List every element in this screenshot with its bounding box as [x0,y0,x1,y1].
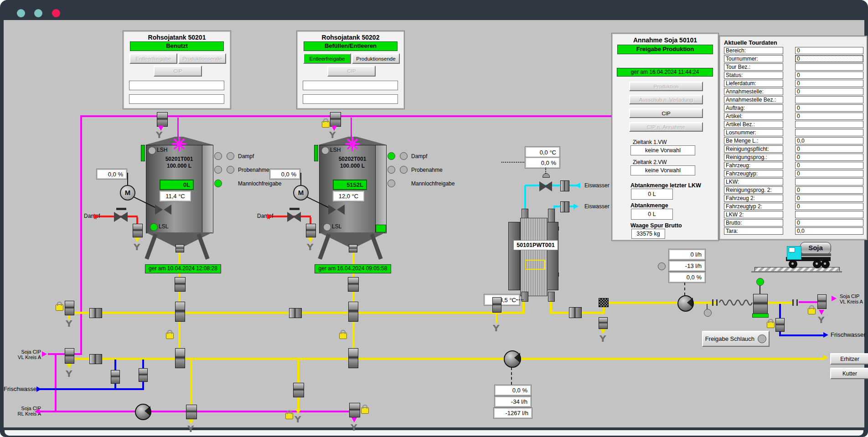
manifold-upper-valve-b[interactable] [289,308,302,318]
tourdaten-row-value[interactable]: 0 [795,195,863,202]
tourdaten-row-value[interactable] [795,63,863,71]
tourdaten-row-value[interactable]: 0 [795,170,863,177]
tourdaten-row-value[interactable]: 0 [795,154,863,161]
tourdaten-row-value[interactable]: 0 [795,219,863,226]
icewater-instrument-1[interactable] [560,180,569,191]
tourdaten-row-value[interactable]: 0 [795,162,863,169]
loading-station[interactable] [753,294,768,314]
transfer-flow2-display: -1267 l/h [494,408,532,418]
tourdaten-row-value[interactable]: 0 [795,72,863,79]
filter-drain-valve[interactable] [599,317,608,329]
tourdaten-row-value[interactable] [795,121,863,128]
tank1-cip-button[interactable]: CIP [154,66,202,77]
tank2-lower-manifold-valve[interactable] [348,348,358,368]
pwt-outlet-valve[interactable] [569,307,582,318]
cip-n-annahme-button[interactable]: CIP n. Annahme [629,122,703,132]
loading-cip-valve[interactable] [817,294,827,309]
cip-rl-arrow-icon [35,409,40,414]
tourdaten-row-value[interactable] [795,178,863,185]
tourdaten-row-value[interactable]: 0 [795,203,863,210]
tank1-upper-manifold-valve[interactable] [175,302,185,322]
window-dot-3[interactable] [52,9,60,17]
bottom-valve-2[interactable] [293,383,304,397]
icewater-instrument-2[interactable] [560,201,569,212]
tank2-motor-link-v [300,173,301,185]
pipe-mid-drain-stub [496,313,497,323]
tourdaten-row-gap [783,227,795,235]
tourdaten-row-value[interactable] [795,96,863,103]
window-dot-2[interactable] [34,9,42,17]
tank2-outlet-fitting[interactable] [349,244,357,252]
tank2-entleerfreigabe-button[interactable]: Entleerfreigabe [303,53,351,64]
cip-vl-valve[interactable] [65,348,74,364]
tank1-lower-manifold-valve[interactable] [175,348,185,368]
tank2-steam-fitting[interactable] [306,224,316,237]
cip-return-pump[interactable] [135,404,151,420]
tank2-capacity: 100.000 L [320,163,385,170]
tourdaten-row-value[interactable]: 0 [795,80,863,87]
tourdaten-row-value[interactable]: 0,0 [795,227,863,235]
tank2-steam-valve[interactable] [287,211,301,221]
freshwater-valve-1[interactable] [139,368,148,382]
tourdaten-row-value[interactable]: 0,0 [795,137,863,144]
tourdaten-row-value[interactable]: 0 [795,47,863,54]
pwt-plate-pack[interactable] [520,218,548,296]
tourdaten-row-value[interactable]: 0 [795,104,863,112]
tank2-info-field-1[interactable] [303,81,398,90]
tank2-agitator-motor[interactable]: M [293,185,309,201]
annahme-status: Freigabe Produktion [617,45,713,54]
annahme-cip-button[interactable]: CIP [629,108,703,118]
tank1-steam-valve[interactable] [114,211,128,221]
tank2-tag: 50202T001 [320,156,385,163]
tank2-top-valve[interactable] [330,112,341,127]
tank1-entleerfreigabe-button[interactable]: Entleerfreigabe [129,53,177,64]
transfer-pump[interactable] [504,350,521,368]
tourdaten-row-gap [783,162,795,169]
kutter-button[interactable]: Kutter [830,368,868,379]
tank1-probenahme-label: Probenahme [238,167,269,173]
pwt-port-top-right [548,209,555,223]
icewater-control-valve[interactable] [539,181,552,190]
tourdaten-row-value[interactable]: 0 [795,186,863,194]
zieltank2-field[interactable]: keine Vorwahl [630,165,695,175]
loading-pump[interactable] [677,295,694,312]
produktion-button[interactable]: Produktion [629,82,703,91]
tank1-drain-valve[interactable] [175,277,186,292]
pwt-dotted-link-h [501,162,524,163]
tank1-info-field-2[interactable] [129,94,224,104]
manifold-end-valve[interactable] [65,301,74,315]
manifold-upper-valve-a[interactable] [89,308,102,318]
tourdaten-row-value[interactable] [795,211,863,218]
tank2-info-field-2[interactable] [303,94,398,104]
manifold-lower-valve-a[interactable] [89,354,102,364]
tank2-drain-valve[interactable] [348,277,359,292]
erhitzer-button[interactable]: Erhitzer [830,353,868,365]
freshwater-valve-2[interactable] [111,370,120,384]
tank1-produktionsende-button[interactable]: Produktionsende [178,53,226,64]
loading-freshwater-valve[interactable] [775,318,785,332]
tank2-produktionsende-button[interactable]: Produktionsende [352,53,400,64]
tank1-top-valve[interactable] [157,112,168,127]
freigabe-schlauch-label: Freigabe Schlauch [705,335,754,342]
tank1-outlet-fitting[interactable] [176,244,184,252]
tourdaten-row-value[interactable]: 0 [795,113,863,120]
freigabe-schlauch-button[interactable]: Freigabe Schlauch [702,331,770,347]
mid-drain-valve[interactable] [492,297,501,313]
tank2-upper-manifold-valve[interactable] [348,302,358,322]
tourdaten-row-value[interactable] [795,129,863,136]
tank2-cip-button[interactable]: CIP [327,66,376,77]
zieltank1-field[interactable]: keine Vorwahl [630,145,695,155]
inline-filter[interactable] [599,298,609,307]
tourdaten-row-value[interactable]: 0 [795,88,863,95]
bottom-valve-1[interactable] [186,405,197,419]
ausschub-button[interactable]: Ausschub n. Verladung [629,95,703,104]
tank1-agitator-motor[interactable]: M [120,185,135,201]
tourdaten-row-value[interactable]: 0 [795,55,863,62]
cip-return-valve[interactable] [349,403,360,417]
tank1-steam-fitting[interactable] [133,224,143,237]
tourdaten-row-value[interactable]: 0 [795,145,863,153]
scada-screen: LSH 50201T001100.000 L 0L 11,4 °C M 0,0 … [0,0,868,437]
window-dot-1[interactable] [17,9,25,17]
cip-return-lock-icon [361,407,369,414]
tank1-info-field-1[interactable] [129,81,224,90]
